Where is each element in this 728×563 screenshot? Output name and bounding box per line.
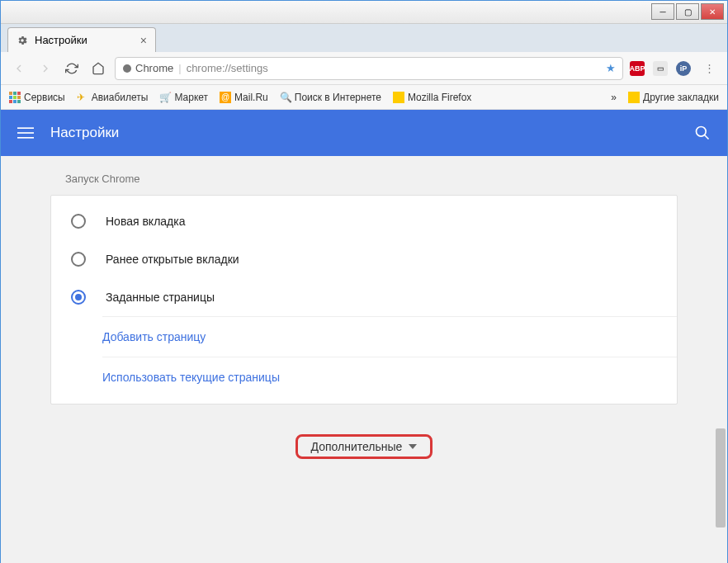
- settings-title: Настройки: [50, 125, 119, 141]
- gear-icon: [17, 35, 28, 46]
- bookmark-overflow[interactable]: »: [611, 92, 617, 103]
- page-content: Настройки Запуск Chrome Новая вкладка Ра…: [1, 110, 727, 563]
- cart-icon: 🛒: [159, 92, 171, 103]
- url-text: chrome://settings: [187, 62, 601, 74]
- extension-ip-icon[interactable]: iP: [676, 61, 691, 76]
- advanced-toggle[interactable]: Дополнительные: [295, 434, 433, 459]
- apps-icon: [9, 92, 21, 103]
- browser-tab[interactable]: Настройки ×: [7, 27, 156, 52]
- scrollbar[interactable]: [714, 156, 727, 563]
- bookmark-star-icon[interactable]: ★: [606, 62, 616, 74]
- browser-window: ─ ▢ ✕ Настройки × Chrome | chrome://sett…: [0, 0, 728, 563]
- radio-icon: [71, 252, 86, 267]
- chrome-icon: [122, 64, 132, 73]
- svg-rect-3: [17, 92, 21, 95]
- section-label: Запуск Chrome: [65, 173, 727, 185]
- svg-rect-6: [17, 96, 21, 99]
- svg-rect-8: [13, 100, 17, 103]
- radio-specific-pages[interactable]: Заданные страницы: [51, 278, 677, 316]
- specific-pages-links: Добавить страницу Использовать текущие с…: [102, 316, 677, 397]
- back-button[interactable]: [9, 59, 29, 78]
- radio-icon: [71, 214, 86, 229]
- bookmark-firefox[interactable]: Mozilla Firefox: [393, 92, 471, 103]
- bookmark-market[interactable]: 🛒Маркет: [159, 92, 208, 103]
- maximize-button[interactable]: ▢: [676, 3, 699, 20]
- radio-label: Заданные страницы: [106, 291, 215, 304]
- svg-line-14: [705, 135, 709, 140]
- address-bar[interactable]: Chrome | chrome://settings ★: [115, 57, 623, 80]
- url-scheme-chip: Chrome: [122, 62, 173, 74]
- toolbar: Chrome | chrome://settings ★ ABP ▭ iP ⋮: [1, 52, 727, 85]
- settings-header: Настройки: [1, 110, 727, 156]
- folder-icon: [393, 92, 404, 103]
- svg-point-0: [123, 64, 131, 73]
- radio-label: Ранее открытые вкладки: [106, 253, 239, 266]
- svg-rect-5: [13, 96, 17, 99]
- forward-button[interactable]: [35, 59, 55, 78]
- menu-button[interactable]: ⋮: [699, 59, 719, 78]
- reload-button[interactable]: [62, 59, 82, 78]
- use-current-link[interactable]: Использовать текущие страницы: [102, 357, 677, 397]
- svg-rect-9: [17, 100, 21, 103]
- extension-icon[interactable]: ▭: [653, 61, 668, 76]
- bookmark-search[interactable]: 🔍Поиск в Интернете: [280, 92, 381, 103]
- plane-icon: ✈: [77, 92, 88, 103]
- scroll-thumb[interactable]: [716, 428, 726, 528]
- home-button[interactable]: [88, 59, 108, 78]
- svg-rect-7: [9, 100, 12, 103]
- search-icon[interactable]: [694, 125, 711, 141]
- svg-rect-10: [17, 127, 34, 129]
- at-icon: @: [220, 92, 231, 103]
- window-titlebar: ─ ▢ ✕: [1, 1, 727, 24]
- bookmark-other[interactable]: Другие закладки: [628, 92, 719, 103]
- minimize-button[interactable]: ─: [651, 3, 674, 20]
- radio-new-tab[interactable]: Новая вкладка: [51, 202, 677, 240]
- close-button[interactable]: ✕: [701, 3, 724, 20]
- folder-icon: [628, 92, 640, 103]
- bookmark-avia[interactable]: ✈Авиабилеты: [77, 92, 149, 103]
- add-page-link[interactable]: Добавить страницу: [102, 317, 677, 357]
- hamburger-menu-icon[interactable]: [17, 125, 34, 141]
- svg-rect-2: [13, 92, 17, 95]
- svg-rect-4: [9, 96, 12, 99]
- startup-card: Новая вкладка Ранее открытые вкладки Зад…: [50, 195, 678, 405]
- scheme-label: Chrome: [135, 62, 173, 74]
- radio-continue[interactable]: Ранее открытые вкладки: [51, 240, 677, 278]
- bookmark-services[interactable]: Сервисы: [9, 92, 65, 103]
- settings-body: Запуск Chrome Новая вкладка Ранее открыт…: [1, 156, 727, 563]
- radio-label: Новая вкладка: [106, 215, 186, 228]
- bookmark-mailru[interactable]: @Mail.Ru: [220, 92, 268, 103]
- svg-rect-12: [17, 137, 34, 139]
- extension-icons: ABP ▭ iP ⋮: [630, 59, 719, 78]
- adblock-icon[interactable]: ABP: [630, 61, 645, 76]
- svg-point-13: [697, 127, 707, 137]
- svg-rect-1: [9, 92, 12, 95]
- bookmarks-bar: Сервисы ✈Авиабилеты 🛒Маркет @Mail.Ru 🔍По…: [1, 85, 727, 110]
- chevron-down-icon: [409, 444, 417, 449]
- advanced-label: Дополнительные: [311, 440, 403, 453]
- svg-rect-11: [17, 132, 34, 134]
- tab-strip: Настройки ×: [1, 24, 727, 52]
- tab-title: Настройки: [35, 34, 87, 46]
- radio-icon: [71, 290, 86, 305]
- tab-close-icon[interactable]: ×: [140, 34, 147, 47]
- magnifier-icon: 🔍: [280, 92, 291, 103]
